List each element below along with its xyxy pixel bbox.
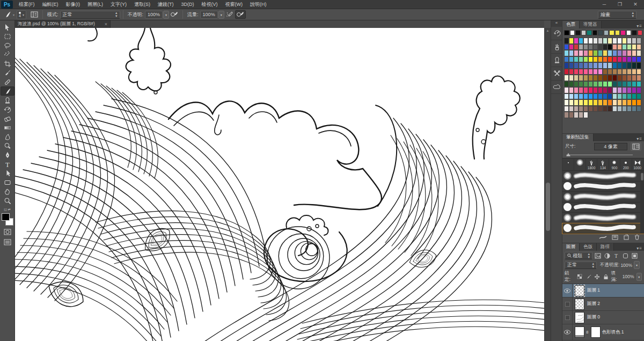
menu-item-5[interactable]: 選取(S) bbox=[130, 0, 154, 9]
panel-menu-icon[interactable]: ▾≡ bbox=[636, 246, 644, 251]
color-swatch[interactable] bbox=[588, 44, 593, 50]
color-swatch[interactable] bbox=[579, 38, 583, 44]
recent-swatch[interactable] bbox=[609, 30, 614, 35]
color-swatch[interactable] bbox=[636, 106, 641, 112]
tool-magic-wand[interactable] bbox=[1, 50, 14, 59]
visibility-toggle[interactable] bbox=[562, 298, 573, 310]
menu-item-10[interactable]: 說明(H) bbox=[246, 0, 270, 9]
trash-icon[interactable] bbox=[634, 234, 640, 240]
tool-gradient[interactable] bbox=[1, 123, 14, 132]
color-swatch[interactable] bbox=[617, 93, 622, 100]
color-swatch[interactable] bbox=[564, 62, 569, 69]
color-swatch[interactable] bbox=[617, 56, 622, 63]
color-swatch[interactable] bbox=[588, 81, 593, 88]
color-swatch[interactable] bbox=[574, 69, 579, 75]
color-swatch[interactable] bbox=[603, 69, 608, 75]
restore-button[interactable]: ❐ bbox=[613, 1, 627, 8]
color-swatch[interactable] bbox=[622, 62, 627, 69]
color-swatch[interactable] bbox=[583, 106, 588, 112]
dock-creative-cloud-button[interactable] bbox=[551, 81, 563, 94]
color-swatch[interactable] bbox=[579, 93, 583, 100]
color-swatch[interactable] bbox=[574, 99, 579, 106]
recent-swatch[interactable] bbox=[570, 30, 575, 35]
brush-stroke-preset[interactable] bbox=[562, 182, 644, 192]
dock-tool-presets-button[interactable] bbox=[551, 67, 563, 81]
tool-clone-stamp[interactable] bbox=[1, 96, 14, 105]
color-swatch[interactable] bbox=[603, 50, 608, 56]
new-preset-icon[interactable] bbox=[623, 234, 630, 240]
color-swatch[interactable] bbox=[593, 44, 598, 50]
color-swatch[interactable] bbox=[583, 93, 588, 100]
color-swatch[interactable] bbox=[564, 50, 569, 56]
color-swatch[interactable] bbox=[617, 62, 622, 69]
color-swatch[interactable] bbox=[636, 99, 641, 106]
pressure-size-icon[interactable] bbox=[235, 10, 246, 19]
color-swatch[interactable] bbox=[632, 93, 636, 100]
color-swatch[interactable] bbox=[593, 62, 598, 69]
color-swatch[interactable] bbox=[569, 50, 574, 56]
tab-paths[interactable]: 路徑 bbox=[597, 243, 614, 251]
color-swatch[interactable] bbox=[598, 50, 603, 56]
dock-brush-presets-button[interactable] bbox=[551, 40, 563, 54]
recent-swatch[interactable] bbox=[575, 30, 581, 35]
color-swatch[interactable] bbox=[569, 44, 574, 50]
recent-swatch[interactable] bbox=[626, 30, 632, 35]
layer-name[interactable]: 圖層 0 bbox=[587, 314, 600, 321]
tool-history-brush[interactable] bbox=[1, 105, 14, 114]
layer-opacity-dropdown-icon[interactable]: ▾ bbox=[634, 261, 640, 269]
tab-layers[interactable]: 圖層 bbox=[562, 243, 580, 251]
color-swatch[interactable] bbox=[612, 87, 617, 93]
color-swatch[interactable] bbox=[608, 87, 612, 93]
color-swatch[interactable] bbox=[612, 93, 617, 100]
color-swatch[interactable] bbox=[617, 69, 622, 75]
tool-eyedropper[interactable] bbox=[1, 68, 14, 77]
color-swatch[interactable] bbox=[627, 62, 632, 69]
color-swatch[interactable] bbox=[588, 87, 593, 93]
color-swatch[interactable] bbox=[569, 38, 574, 44]
tool-crop[interactable] bbox=[1, 59, 14, 68]
color-swatch[interactable] bbox=[593, 38, 598, 44]
recent-swatch[interactable] bbox=[587, 30, 592, 35]
tool-zoom[interactable] bbox=[1, 196, 14, 205]
tool-brush[interactable] bbox=[1, 86, 14, 96]
color-swatch[interactable] bbox=[627, 50, 632, 56]
toggle-brush-panel-icon[interactable] bbox=[29, 10, 40, 19]
color-swatch[interactable] bbox=[588, 75, 593, 81]
color-swatch[interactable] bbox=[574, 62, 579, 69]
menu-item-0[interactable]: 檔案(F) bbox=[15, 0, 39, 9]
color-swatch[interactable] bbox=[636, 87, 641, 93]
color-swatch[interactable] bbox=[622, 93, 627, 100]
lock-transparency-icon[interactable] bbox=[576, 273, 583, 280]
layer-row-3[interactable]: 8色彩填色 1 bbox=[562, 324, 644, 340]
color-swatch[interactable] bbox=[583, 50, 588, 56]
color-swatch[interactable] bbox=[636, 75, 641, 81]
tool-smudge[interactable] bbox=[1, 132, 14, 141]
color-swatch[interactable] bbox=[569, 69, 574, 75]
color-swatch[interactable] bbox=[627, 56, 632, 63]
brush-stroke-icon[interactable] bbox=[599, 235, 607, 240]
color-swatch[interactable] bbox=[627, 38, 632, 44]
color-swatch[interactable] bbox=[636, 93, 641, 100]
color-swatch[interactable] bbox=[612, 44, 617, 50]
color-swatch[interactable] bbox=[608, 56, 612, 63]
recent-swatch[interactable] bbox=[604, 30, 609, 35]
flow-value[interactable]: 100% bbox=[200, 11, 218, 19]
color-swatch[interactable] bbox=[574, 75, 579, 81]
color-swatch[interactable] bbox=[564, 112, 569, 118]
color-swatch[interactable] bbox=[622, 87, 627, 93]
color-swatch[interactable] bbox=[617, 99, 622, 106]
color-swatch[interactable] bbox=[603, 44, 608, 50]
visibility-toggle[interactable] bbox=[562, 324, 573, 340]
color-swatch[interactable] bbox=[627, 75, 632, 81]
mask-link-icon[interactable]: 8 bbox=[586, 330, 588, 335]
color-swatch[interactable] bbox=[579, 69, 583, 75]
color-swatch[interactable] bbox=[632, 56, 636, 63]
panel-menu-icon[interactable]: ▾≡ bbox=[636, 24, 644, 28]
brush-preset-134[interactable]: 134 bbox=[597, 159, 609, 171]
color-swatch[interactable] bbox=[579, 62, 583, 69]
color-swatch[interactable] bbox=[564, 44, 569, 50]
color-swatch[interactable] bbox=[583, 112, 588, 118]
color-swatch[interactable] bbox=[574, 93, 579, 100]
toggle-brush-panel-button[interactable] bbox=[631, 142, 641, 151]
fill-dropdown-icon[interactable]: ▾ bbox=[636, 273, 642, 281]
